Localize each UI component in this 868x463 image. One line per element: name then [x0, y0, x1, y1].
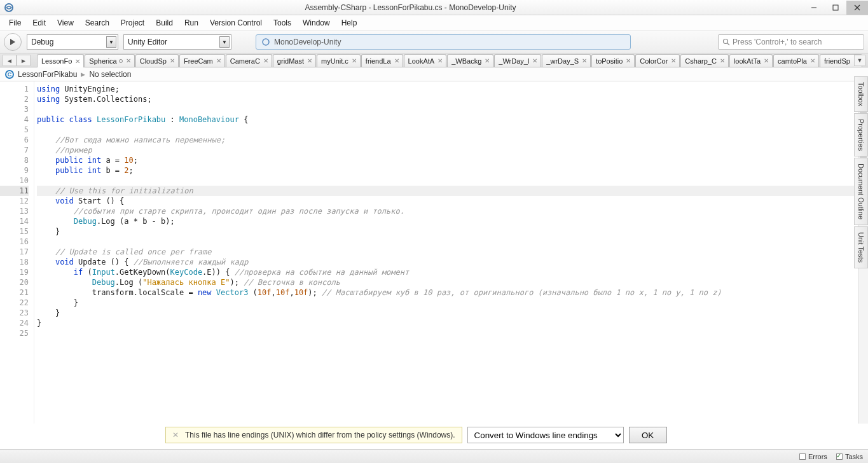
notification-action-select[interactable]: Convert to Windows line endings: [467, 427, 624, 443]
code-line[interactable]: //Вот сюда можно написать переменные;: [37, 135, 858, 145]
code-line[interactable]: [37, 237, 858, 247]
tab-1[interactable]: Spherica✕: [85, 54, 134, 67]
tab-4[interactable]: CameraC✕: [226, 54, 272, 67]
breadcrumb-file[interactable]: LessonForPikabu: [18, 70, 77, 79]
side-pane-toolbox[interactable]: Toolbox: [854, 76, 868, 112]
tab-9[interactable]: _WBackg✕: [447, 54, 493, 67]
menu-edit[interactable]: Edit: [27, 17, 51, 29]
code-line[interactable]: void Start () {: [37, 196, 858, 206]
tab-11[interactable]: _wrDay_S✕: [542, 54, 591, 67]
code-line[interactable]: //пример: [37, 145, 858, 155]
minimize-button[interactable]: [803, 1, 825, 15]
code-line[interactable]: public int a = 10;: [37, 155, 858, 165]
tab-close-icon[interactable]: ✕: [670, 57, 677, 64]
tab-0[interactable]: LessonFo✕: [37, 54, 84, 67]
tab-close-icon[interactable]: ✕: [74, 58, 81, 65]
code-line[interactable]: // Update is called once per frame: [37, 247, 858, 257]
menu-run[interactable]: Run: [179, 17, 203, 29]
tab-15[interactable]: lookAtTa✕: [729, 54, 773, 67]
line-number: 5: [0, 125, 29, 135]
maximize-button[interactable]: [825, 1, 846, 15]
code-editor[interactable]: 1234567891011121314151617181920212223242…: [0, 81, 868, 424]
code-line[interactable]: }: [37, 308, 858, 318]
code-line[interactable]: // Use this for initialization: [37, 186, 858, 196]
target-combo[interactable]: Unity Editor ▼: [123, 34, 231, 50]
menu-tools[interactable]: Tools: [268, 17, 296, 29]
code-line[interactable]: public class LessonForPikabu : MonoBehav…: [37, 114, 858, 125]
breadcrumb-selection[interactable]: No selection: [89, 70, 131, 79]
code-line[interactable]: using UnityEngine;: [37, 84, 858, 94]
close-button[interactable]: [846, 1, 868, 15]
menu-help[interactable]: Help: [336, 17, 362, 29]
code-line[interactable]: void Update () { //Выполняется каждый ка…: [37, 257, 858, 267]
tab-close-icon[interactable]: ✕: [809, 57, 816, 64]
tab-close-icon[interactable]: ✕: [169, 57, 176, 64]
menu-search[interactable]: Search: [80, 17, 114, 29]
menu-version-control[interactable]: Version Control: [205, 17, 267, 29]
code-line[interactable]: }: [37, 226, 858, 237]
code-line[interactable]: Debug.Log (a * b - b);: [37, 216, 858, 226]
code-line[interactable]: //события при старте скрипта, происодит …: [37, 206, 858, 216]
line-number: 7: [0, 145, 29, 155]
menu-view[interactable]: View: [52, 17, 79, 29]
tab-close-icon[interactable]: ✕: [719, 57, 726, 64]
side-pane-unit-tests[interactable]: Unit Tests: [854, 226, 868, 268]
tab-close-icon[interactable]: ✕: [624, 57, 632, 64]
menu-file[interactable]: File: [4, 17, 26, 29]
status-errors[interactable]: Errors: [799, 453, 827, 460]
code-line[interactable]: }: [37, 318, 858, 328]
tab-close-icon[interactable]: ✕: [436, 57, 444, 64]
code-line[interactable]: transform.localScale = new Vector3 (10f,…: [37, 287, 858, 298]
tab-close-icon[interactable]: ✕: [393, 57, 401, 64]
notification-close-icon[interactable]: ✕: [172, 431, 179, 439]
code-line[interactable]: if (Input.GetKeyDown(KeyCode.E)) { //про…: [37, 267, 858, 277]
code-line[interactable]: }: [37, 298, 858, 308]
tab-14[interactable]: Csharp_C✕: [680, 54, 729, 67]
tab-12[interactable]: toPositio✕: [591, 54, 635, 67]
code-line[interactable]: using System.Collections;: [37, 94, 858, 104]
line-number: 8: [0, 155, 29, 165]
tab-2[interactable]: CloudSp✕: [135, 54, 179, 67]
tab-close-icon[interactable]: ✕: [125, 57, 132, 64]
code-line[interactable]: Debug.Log ("Нажалась кнопка E"); // Вест…: [37, 277, 858, 287]
menu-window[interactable]: Window: [298, 17, 335, 29]
tab-close-icon[interactable]: ✕: [262, 57, 270, 64]
side-pane-properties[interactable]: Properties: [854, 113, 868, 156]
code-line[interactable]: [37, 176, 858, 186]
tab-3[interactable]: FreeCam✕: [179, 54, 225, 67]
tab-close-icon[interactable]: ✕: [215, 57, 223, 64]
process-box[interactable]: MonoDevelop-Unity: [256, 34, 631, 50]
tab-5[interactable]: gridMast✕: [273, 54, 316, 67]
search-box[interactable]: Press 'Control+,' to search: [718, 34, 864, 50]
tab-close-icon[interactable]: ✕: [581, 57, 588, 64]
code-line[interactable]: [37, 125, 858, 135]
tab-13[interactable]: ColorCor✕: [635, 54, 680, 67]
code-line[interactable]: public int b = 2;: [37, 165, 858, 176]
tab-7[interactable]: friendLa✕: [361, 54, 403, 67]
tab-close-icon[interactable]: ✕: [531, 57, 539, 64]
menu-project[interactable]: Project: [116, 17, 149, 29]
status-tasks[interactable]: Tasks: [836, 453, 863, 460]
tab-16[interactable]: camtoPla✕: [773, 54, 819, 67]
menu-build[interactable]: Build: [151, 17, 178, 29]
configuration-combo[interactable]: Debug ▼: [27, 34, 118, 50]
tab-close-icon[interactable]: ✕: [306, 57, 313, 64]
tab-overflow-button[interactable]: ▼: [854, 55, 865, 66]
line-number: 18: [0, 257, 29, 267]
code-area[interactable]: using UnityEngine;using System.Collectio…: [34, 81, 858, 424]
code-line[interactable]: [37, 328, 858, 338]
run-button[interactable]: [4, 33, 22, 51]
tab-10[interactable]: _WrDay_l✕: [494, 54, 541, 67]
tab-nav-forward[interactable]: ►: [17, 55, 31, 66]
tab-close-icon[interactable]: ✕: [762, 57, 770, 64]
side-pane-document-outline[interactable]: Document Outline: [854, 158, 868, 225]
chevron-right-icon: ▶: [81, 71, 85, 78]
process-label: MonoDevelop-Unity: [274, 38, 341, 46]
tab-8[interactable]: LookAtA✕: [404, 54, 447, 67]
tab-6[interactable]: myUnit.c✕: [317, 54, 361, 67]
notification-ok-button[interactable]: OK: [629, 427, 667, 443]
tab-close-icon[interactable]: ✕: [350, 57, 358, 64]
tab-nav-back[interactable]: ◄: [3, 55, 17, 66]
tab-close-icon[interactable]: ✕: [483, 57, 491, 64]
code-line[interactable]: [37, 104, 858, 114]
